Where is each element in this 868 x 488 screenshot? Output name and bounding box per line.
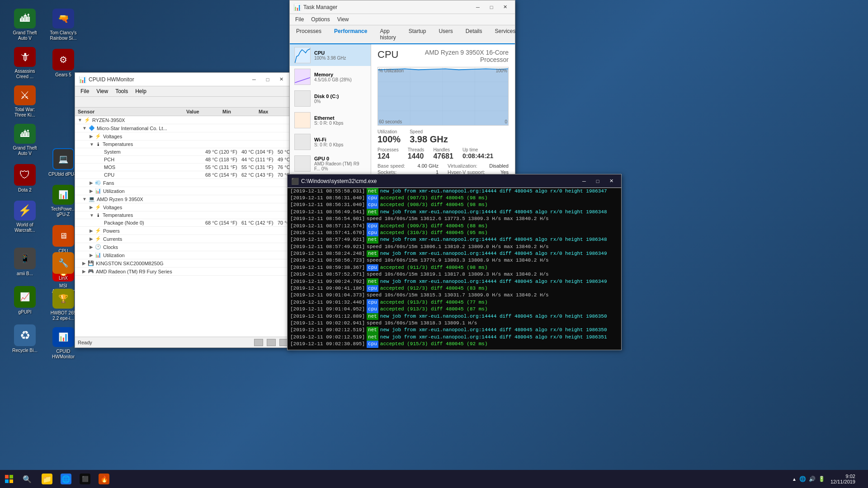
tm-sidebar-disk[interactable]: Disk 0 (C:) 0% [290,88,371,109]
tray-volume-icon[interactable]: 🔊 [809,476,816,482]
tm-sidebar-wifi[interactable]: Wi-Fi S: 0 R: 0 Kbps [290,131,371,153]
tray-icons: ▲ 🌐 🔊 🔋 [792,476,825,482]
desktop-icon-recycle[interactable]: ♻ Recycle Bi... [7,321,43,357]
taskbar-app-explorer[interactable]: 📁 [38,470,56,488]
taskbar-notification-area[interactable] [861,477,864,481]
tray-up-arrow[interactable]: ▲ [792,477,797,482]
hwmonitor-minimize[interactable]: ─ [248,75,260,84]
desktop-icon-acod[interactable]: 🗡 AssassinsCreed ... [7,45,43,81]
desktop-icon-wow[interactable]: ⚡ World ofWarcraft... [7,199,43,235]
task-manager-titlebar[interactable]: 📊 Task Manager ─ □ ✕ [290,0,515,14]
cpu-tag: cpu [367,299,378,306]
hwmon-row-fans[interactable]: ▶ 💨 Fans [75,179,291,187]
desktop-icon-totalwar[interactable]: ⚔ Total War:Three Ki... [7,84,43,120]
hwmon-row-amd-gpu[interactable]: ▶ 🎮 AMD Radeon (TM) R9 Fury Series [75,267,291,276]
hwmonitor-status-text: Ready [78,340,92,345]
tab-app-history[interactable]: App history [373,25,402,44]
hwmon-row-cpu-temp[interactable]: CPU 68 °C (154 °F) 62 °C (143 °F) 70 °C … [75,171,291,179]
tab-startup[interactable]: Startup [402,25,433,44]
hwmonitor-close[interactable]: ✕ [275,75,288,84]
tray-network-icon[interactable]: 🌐 [799,476,806,482]
hwmon-row-kingston[interactable]: ▶ 💾 KINGSTON SKC2000M8250G [75,259,291,267]
cmd-maximize[interactable]: □ [591,176,604,186]
hwmonitor-status-bar: Ready [75,337,291,347]
hwmon-row-temps[interactable]: ▼ 🌡 Temperatures [75,141,291,148]
task-manager-title: Task Manager [303,4,472,10]
cmd-msg: accepted (909/3) diff 480045 (88 ms) [380,223,488,230]
taskbar-search-button[interactable]: 🔍 [18,470,36,488]
svg-rect-10 [9,479,13,483]
cmd-minimize[interactable]: ─ [578,176,590,186]
desktop-icon-gta[interactable]: 🏙 Grand Theft Auto V [7,7,43,43]
hwmon-icon-cpu: ⚡ [84,117,90,123]
hwmon-row-amd-temps[interactable]: ▼ 🌡 Temperatures [75,211,291,219]
search-icon: 🔍 [23,475,32,483]
hwmon-row-msi[interactable]: ▼ 🔷 Micro-Star International Co. Lt... [75,124,291,132]
hwmonitor-menu-tools[interactable]: Tools [112,87,132,95]
desktop: 🏙 Grand Theft Auto V 🗡 AssassinsCreed ..… [0,0,868,488]
hwmonitor-titlebar[interactable]: 📊 CPUID HWMonitor ─ □ ✕ [75,73,291,86]
hwmon-row-powers[interactable]: ▶ ⚡ Powers [75,227,291,235]
hwmon-row-voltages[interactable]: ▶ ⚡ Voltages [75,132,291,141]
tm-menu-file[interactable]: File [292,15,307,24]
hwmonitor-menu-help[interactable]: Help [132,87,150,95]
hwmon-row-pch-temp[interactable]: PCH 48 °C (118 °F) 44 °C (111 °F) 49 °C … [75,156,291,164]
taskbar-app-cmd[interactable]: ⬛ [76,470,94,488]
hwmonitor-maximize[interactable]: □ [261,75,274,84]
hwmon-row-currents[interactable]: ▶ ⚡ Currents [75,235,291,243]
tree-toggle[interactable]: ▼ [78,117,82,122]
tm-cpu-graph: % Utilization 100% 60 seconds 0 [377,67,509,126]
hwmon-row-mos-temp[interactable]: MOS 55 °C (131 °F) 55 °C (131 °F) 76 °C … [75,164,291,171]
desktop-icon-gpupi[interactable]: 📈 gPUPI [7,282,43,319]
desktop-icon-amiib[interactable]: 📱 amii B... [7,244,43,280]
taskbar-app-browser[interactable]: 🌐 [57,470,75,488]
hwmon-row-amd-ryzen[interactable]: ▼ 💻 AMD Ryzen 9 3950X [75,195,291,203]
hwmon-row-amd-voltages[interactable]: ▶ ⚡ Voltages [75,203,291,211]
task-manager-minimize[interactable]: ─ [472,2,484,12]
cmd-titlebar[interactable]: ⬛ C:\Windows\system32\cmd.exe ─ □ ✕ [288,174,621,188]
tray-battery-icon[interactable]: 🔋 [818,476,825,482]
tab-performance[interactable]: Performance [328,25,373,44]
tm-sidebar-memory[interactable]: Memory 4.5/16.0 GB (28%) [290,66,371,88]
task-manager-close[interactable]: ✕ [499,2,511,12]
taskbar-start-button[interactable] [0,470,18,488]
hwmon-row-system-temp[interactable]: System 49 °C (120 °F) 40 °C (104 °F) 50 … [75,148,291,156]
hwmon-row-util[interactable]: ▶ 📊 Utilization [75,187,291,195]
tm-sidebar-mem-label: Memory [314,72,366,77]
cmd-msg: new job from xmr-eu1.nanopool.org:14444 … [380,188,607,195]
cmd-close[interactable]: ✕ [605,176,618,186]
hwmon-row-pkg[interactable]: Package (Node 0) 68 °C (154 °F) 61 °C (1… [75,219,291,227]
cpu-tag: cpu [367,264,378,271]
hwmonitor-toolbar [75,97,291,108]
tab-users[interactable]: Users [432,25,459,44]
hwmonitor-title: CPUID HWMonitor [89,76,248,83]
hwmonitor-menu-file[interactable]: File [77,87,93,95]
taskbar-clock[interactable]: 9:02 12/11/2019 [827,474,859,484]
tm-sidebar-ethernet[interactable]: Ethernet S: 0 R: 0 Kbps [290,109,371,131]
hwmon-row-amd-util[interactable]: ▶ 📊 Utilization [75,251,291,259]
tab-processes[interactable]: Processes [290,25,328,44]
hwmonitor-status-box2 [267,339,276,346]
cmd-line: [2019-12-11 09:02:12.519]netnew job from… [290,327,618,333]
task-manager-maximize[interactable]: □ [485,2,498,12]
tab-services[interactable]: Services [488,25,522,44]
tm-menu-view[interactable]: View [334,15,353,24]
desktop-icon-dota2[interactable]: 🛡 Dota 2 [7,160,43,197]
tm-sidebar-cpu[interactable]: CPU 100% 3.98 GHz [290,44,371,66]
taskbar-app-misc[interactable]: 🔥 [95,470,113,488]
desktop-icon-tomc[interactable]: 🔫 Tom Clancy'sRainbow Si... [45,7,81,43]
tab-details[interactable]: Details [459,25,489,44]
tm-sidebar-gpu-sub: AMD Radeon (TM) R9 F... 0% [314,161,366,171]
hwmon-row-clocks[interactable]: ▶ 🕐 Clocks [75,243,291,251]
tm-cpu-graph-label-100: 100% [495,68,507,73]
cpu-tag: cpu [367,230,378,236]
cmd-content[interactable]: [2019-12-11 08:54:22.014]cpuaccepted (90… [288,188,621,350]
desktop-icon-gta2[interactable]: 🏙 Grand TheftAuto V [7,122,43,158]
tm-sidebar-gpu[interactable]: GPU 0 AMD Radeon (TM) R9 F... 0% [290,153,371,174]
tm-menu-options[interactable]: Options [307,15,333,24]
hwmonitor-menu-view[interactable]: View [93,87,112,95]
tm-sidebar-mem-sub: 4.5/16.0 GB (28%) [314,77,366,82]
net-tag: net [367,188,378,195]
hwmon-row-root[interactable]: ▼ ⚡ RYZEN-3950X [75,116,291,124]
cmd-msg: speed 10s/60s/15m 13818.3 13809.1 H/s [367,320,477,327]
